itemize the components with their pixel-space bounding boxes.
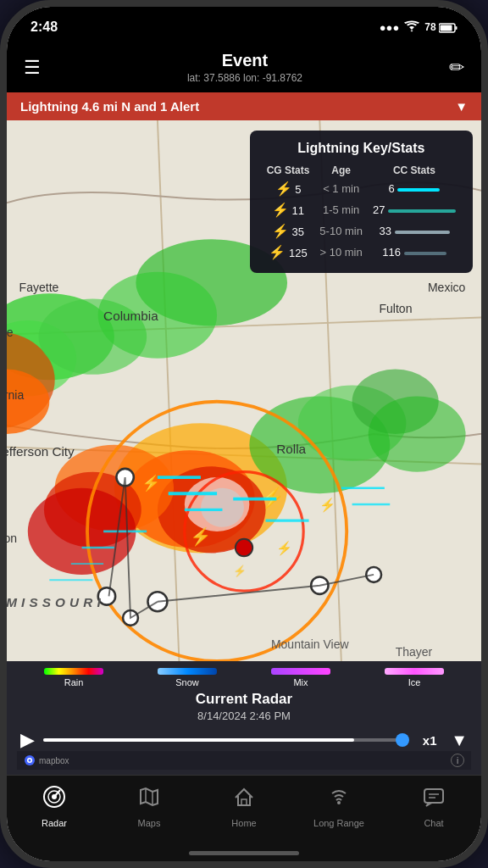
snow-bar xyxy=(158,668,217,675)
map-area[interactable]: ⚡ ⚡ ⚡ ⚡ ⚡ ⚡ xyxy=(7,120,481,661)
bolt-icon-3: ⚡ xyxy=(272,224,289,238)
lightning-popup: Lightning Key/Stats CG Stats Age CC Stat… xyxy=(250,131,473,273)
table-row: ⚡ 35 5-10 min 33 xyxy=(262,220,461,242)
cc-bar-3 xyxy=(395,231,450,234)
svg-text:California: California xyxy=(7,388,24,402)
wifi-icon xyxy=(404,20,419,35)
svg-rect-2 xyxy=(441,25,452,31)
nav-item-longrange[interactable]: Long Range xyxy=(291,776,386,844)
cc-bar-4 xyxy=(404,252,446,255)
progress-fill xyxy=(43,738,354,742)
play-button[interactable]: ▶ xyxy=(20,729,35,751)
battery-icon: 78 xyxy=(424,21,458,33)
status-icons: ●●● 78 xyxy=(380,20,458,35)
progress-thumb[interactable] xyxy=(396,733,409,747)
svg-rect-79 xyxy=(241,799,247,805)
legend-rain: Rain xyxy=(44,668,103,687)
cc-bar-2 xyxy=(388,209,456,213)
menu-button[interactable]: ☰ xyxy=(24,57,41,79)
bolt-icon-1: ⚡ xyxy=(275,181,292,196)
radar-controls: ▶ x1 ▼ xyxy=(17,729,471,751)
longrange-icon xyxy=(327,785,351,815)
ice-label: Ice xyxy=(408,677,421,687)
svg-rect-81 xyxy=(424,789,443,803)
app-header: ☰ Event lat: 37.5886 lon: -91.8762 ✏ xyxy=(7,44,481,92)
radar-title: Current Radar xyxy=(17,691,471,708)
svg-text:Mexico: Mexico xyxy=(428,281,466,294)
svg-text:Thayer: Thayer xyxy=(396,645,433,659)
signal-icon: ●●● xyxy=(380,21,400,34)
phone-screen: 2:48 ●●● 78 ☰ xyxy=(7,7,481,861)
chat-icon xyxy=(422,785,446,815)
svg-text:Rolla: Rolla xyxy=(276,442,306,456)
progress-track[interactable] xyxy=(43,738,408,742)
nav-item-chat[interactable]: Chat xyxy=(386,776,481,844)
phone-frame: 2:48 ●●● 78 ☰ xyxy=(0,0,488,868)
cc-bar-1 xyxy=(397,188,440,192)
mapbox-attribution: mapbox i xyxy=(17,751,471,770)
speed-label: x1 xyxy=(417,733,442,748)
info-button[interactable]: i xyxy=(451,754,464,767)
mapbox-label: mapbox xyxy=(39,756,69,765)
svg-text:⚡: ⚡ xyxy=(276,540,293,556)
svg-text:⚡: ⚡ xyxy=(233,565,247,578)
ice-bar xyxy=(385,668,444,675)
nav-item-maps[interactable]: Maps xyxy=(102,776,197,844)
snow-label: Snow xyxy=(175,677,199,687)
nav-item-radar[interactable]: Radar xyxy=(7,776,102,844)
table-row: ⚡ 125 > 10 min 116 xyxy=(262,242,461,263)
table-row: ⚡ 5 < 1 min 6 xyxy=(262,178,461,199)
svg-text:Jefferson City: Jefferson City xyxy=(7,444,75,459)
bolt-icon-4: ⚡ xyxy=(269,245,286,259)
status-time: 2:48 xyxy=(30,19,58,35)
alert-bar[interactable]: Lightning 4.6 mi N and 1 Alert ▼ xyxy=(7,92,481,120)
expand-button[interactable]: ▼ xyxy=(451,731,468,750)
svg-rect-1 xyxy=(456,26,458,30)
lightning-table: CG Stats Age CC Stats ⚡ 5 < 1 min 6 ⚡ 11 xyxy=(262,163,461,263)
radar-time: 8/14/2024 2:46 PM xyxy=(17,709,471,722)
svg-text:Mountain View: Mountain View xyxy=(271,637,350,651)
svg-point-72 xyxy=(29,760,31,762)
col-age: Age xyxy=(314,163,368,178)
rain-label: Rain xyxy=(64,677,84,687)
mix-label: Mix xyxy=(293,677,308,687)
svg-text:Fayette: Fayette xyxy=(19,281,59,294)
radar-legend: Rain Snow Mix Ice xyxy=(17,668,471,687)
radar-icon xyxy=(42,785,66,815)
header-subtitle: lat: 37.5886 lon: -91.8762 xyxy=(187,72,302,84)
status-bar: 2:48 ●●● 78 xyxy=(7,7,481,44)
home-indicator xyxy=(7,844,481,861)
svg-text:Columbia: Columbia xyxy=(103,309,158,323)
home-icon xyxy=(232,785,256,815)
mix-bar xyxy=(271,668,330,675)
col-cc: CC Stats xyxy=(368,163,461,178)
legend-ice: Ice xyxy=(385,668,444,687)
svg-point-23 xyxy=(369,396,466,471)
table-row: ⚡ 11 1-5 min 27 xyxy=(262,199,461,220)
edit-button[interactable]: ✏ xyxy=(449,57,464,79)
col-cg: CG Stats xyxy=(262,163,315,178)
nav-item-home[interactable]: Home xyxy=(197,776,291,844)
svg-text:MISSOURI: MISSOURI xyxy=(7,595,105,609)
header-title: Event xyxy=(187,51,302,70)
svg-point-52 xyxy=(236,539,252,556)
radar-nav-label: Radar xyxy=(42,818,67,828)
svg-point-80 xyxy=(337,801,341,804)
bottom-nav: Radar Maps xyxy=(7,775,481,844)
svg-text:⚡: ⚡ xyxy=(190,526,212,548)
alert-chevron: ▼ xyxy=(455,99,468,114)
rain-bar xyxy=(44,668,103,675)
svg-text:Fulton: Fulton xyxy=(380,302,413,315)
radar-bottom-panel: Rain Snow Mix Ice Current Radar 8/14/202… xyxy=(7,661,481,775)
home-bar xyxy=(189,851,299,855)
longrange-nav-label: Long Range xyxy=(313,818,364,828)
svg-text:⚡: ⚡ xyxy=(319,497,336,513)
maps-nav-label: Maps xyxy=(138,818,161,828)
alert-text: Lightning 4.6 mi N and 1 Alert xyxy=(20,99,199,114)
home-nav-label: Home xyxy=(231,818,256,828)
svg-text:Boonville: Boonville xyxy=(7,326,14,339)
header-center: Event lat: 37.5886 lon: -91.8762 xyxy=(187,51,302,84)
bolt-icon-2: ⚡ xyxy=(272,203,289,217)
svg-text:Eldon: Eldon xyxy=(7,531,17,545)
mapbox-logo-icon xyxy=(24,754,36,766)
